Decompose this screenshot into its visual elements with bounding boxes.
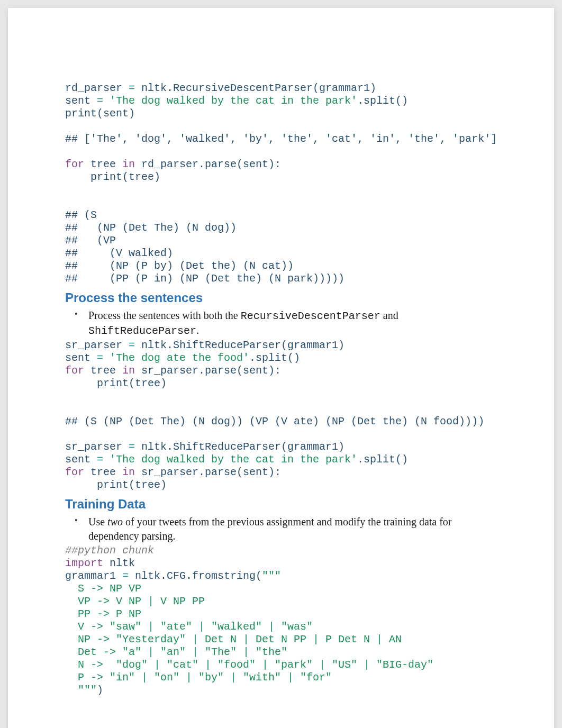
code-output: ## (NP (Det The) (N dog)) (65, 222, 237, 234)
code-op: = (97, 453, 110, 466)
bullet-list-1: Process the sentences with both the Recu… (65, 308, 497, 338)
code-ident: tree (90, 466, 122, 478)
inline-code: ShiftReduceParser (88, 325, 196, 337)
code-string: 'The dog ate the food' (110, 352, 249, 364)
code-block-2: sr_parser = nltk.ShiftReduceParser(gramm… (65, 339, 497, 492)
code-string: P -> "in" | "on" | "by" | "with" | "for" (65, 671, 332, 684)
document-page: rd_parser = nltk.RecursiveDescentParser(… (8, 8, 554, 728)
list-item: Use two of your tweets from the previous… (65, 515, 497, 543)
code-string: N -> "dog" | "cat" | "food" | "park" | "… (65, 659, 433, 671)
code-ident: sr_parser (65, 441, 129, 453)
code-call: .split() (357, 95, 408, 107)
code-paren: ) (97, 684, 103, 696)
code-string: """ (65, 684, 97, 696)
code-call: print(tree) (65, 479, 167, 491)
code-call: print(tree) (65, 171, 160, 183)
code-string: """ (262, 570, 281, 582)
bullet-list-2: Use two of your tweets from the previous… (65, 515, 497, 543)
code-output: ## (V walked) (65, 247, 173, 259)
code-string: 'The dog walked by the cat in the park' (110, 95, 357, 107)
code-call: nltk.ShiftReduceParser(grammar1) (141, 339, 345, 351)
code-call: print(sent) (65, 107, 135, 120)
italic-text: two (107, 516, 123, 527)
code-string: NP -> "Yesterday" | Det N | Det N PP | P… (65, 633, 402, 645)
code-op: = (129, 441, 141, 453)
code-string: VP -> V NP | V NP PP (65, 595, 205, 607)
code-ident: sent (65, 95, 97, 107)
list-item: Process the sentences with both the Recu… (65, 308, 497, 338)
code-op: = (129, 82, 141, 94)
code-call: sr_parser.parse(sent): (141, 365, 281, 377)
code-kw: for (65, 158, 90, 170)
code-kw: in (122, 158, 141, 170)
code-ident: rd_parser (65, 82, 129, 94)
code-call: nltk.ShiftReduceParser(grammar1) (141, 441, 345, 453)
code-ident: nltk (110, 557, 135, 569)
code-call: sr_parser.parse(sent): (141, 466, 281, 478)
code-output: ## (VP (65, 234, 116, 247)
code-comment: ##python chunk (65, 544, 154, 557)
code-string: 'The dog walked by the cat in the park' (110, 453, 357, 466)
code-output: ## (S (65, 209, 97, 221)
bullet-text: of your tweets from the previous assignm… (88, 516, 452, 542)
code-output: ## (NP (P by) (Det the) (N cat)) (65, 260, 294, 272)
inline-code: RecursiveDescentParser (241, 310, 380, 322)
bullet-text: and (380, 310, 398, 321)
code-ident: tree (90, 365, 122, 377)
code-kw: for (65, 466, 90, 478)
heading-process-sentences: Process the sentences (65, 290, 497, 305)
bullet-text: . (196, 324, 199, 336)
code-kw: in (122, 466, 141, 478)
code-op: = (97, 95, 110, 107)
code-block-1: rd_parser = nltk.RecursiveDescentParser(… (65, 82, 497, 285)
code-op: = (129, 339, 141, 351)
code-call: nltk.RecursiveDescentParser(grammar1) (141, 82, 376, 94)
code-call: .split() (357, 453, 408, 466)
code-string: V -> "saw" | "ate" | "walked" | "was" (65, 621, 313, 633)
code-kw: in (122, 365, 141, 377)
code-call: nltk.CFG.fromstring( (135, 570, 262, 582)
code-call: .split() (249, 352, 300, 364)
code-op: = (97, 352, 110, 364)
code-string: PP -> P NP (65, 608, 141, 620)
code-ident: sent (65, 352, 97, 364)
code-string: Det -> "a" | "an" | "The" | "the" (65, 646, 287, 658)
code-kw: for (65, 365, 90, 377)
code-ident: sent (65, 453, 97, 466)
code-block-3: ##python chunk import nltk grammar1 = nl… (65, 544, 497, 697)
heading-training-data: Training Data (65, 497, 497, 512)
code-output: ## (S (NP (Det The) (N dog)) (VP (V ate)… (65, 415, 484, 427)
code-output: ## ['The', 'dog', 'walked', 'by', 'the',… (65, 133, 497, 145)
code-string: S -> NP VP (65, 583, 141, 595)
code-ident: grammar1 (65, 570, 122, 582)
bullet-text: Process the sentences with both the (88, 310, 241, 321)
code-ident: sr_parser (65, 339, 129, 351)
code-op: = (122, 570, 135, 582)
code-output: ## (PP (P in) (NP (Det the) (N park))))) (65, 272, 345, 285)
code-call: rd_parser.parse(sent): (141, 158, 281, 170)
code-ident: tree (90, 158, 122, 170)
code-call: print(tree) (65, 377, 167, 389)
bullet-text: Use (88, 516, 107, 527)
code-kw: import (65, 557, 110, 569)
